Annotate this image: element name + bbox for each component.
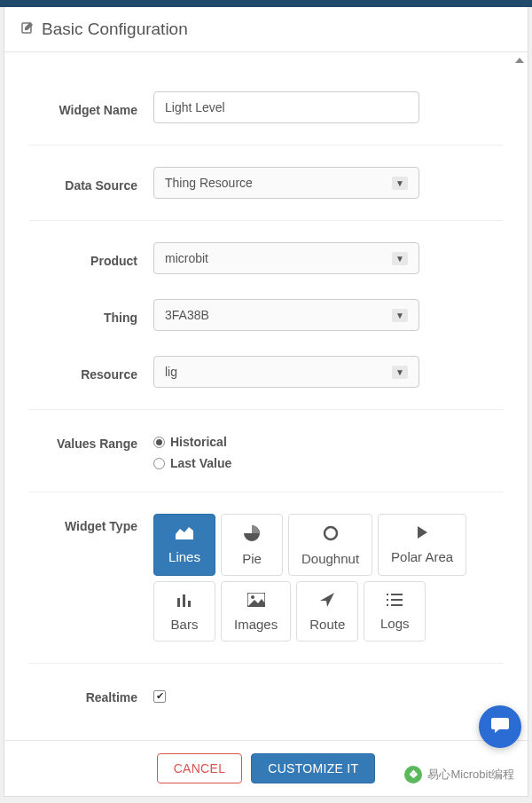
- chart-bar-icon: [176, 593, 192, 610]
- thing-value: 3FA38B: [165, 308, 209, 322]
- svg-point-6: [251, 595, 254, 599]
- product-value: microbit: [165, 251, 208, 265]
- image-icon: [247, 593, 265, 610]
- chevron-down-icon: ▼: [392, 309, 408, 322]
- list-icon: [387, 593, 403, 609]
- svg-rect-2: [177, 598, 180, 607]
- label-resource: Resource: [29, 362, 153, 382]
- chat-launcher[interactable]: [479, 705, 521, 748]
- row-data-source: Data Source Thing Resource ▼: [29, 145, 503, 211]
- resource-select[interactable]: lig ▼: [153, 356, 419, 388]
- scroll-up-indicator: [515, 58, 524, 63]
- label-widget-name: Widget Name: [29, 98, 153, 117]
- svg-rect-3: [183, 594, 185, 607]
- radio-historical-label: Historical: [170, 435, 227, 449]
- thing-select[interactable]: 3FA38B ▼: [153, 299, 419, 331]
- realtime-checkbox[interactable]: ✔: [153, 690, 166, 703]
- circle-icon: [323, 525, 339, 544]
- watermark-text: 易心Microbit编程: [427, 767, 514, 783]
- tile-label: Pie: [242, 551, 262, 566]
- row-widget-name: Widget Name: [29, 79, 503, 136]
- data-source-select[interactable]: Thing Resource ▼: [153, 167, 419, 199]
- product-select[interactable]: microbit ▼: [153, 242, 419, 274]
- widget-type-route[interactable]: Route: [296, 581, 358, 642]
- radio-historical[interactable]: Historical: [153, 435, 503, 449]
- modal-title: Basic Configuration: [42, 20, 188, 39]
- svg-rect-4: [188, 601, 191, 607]
- tile-label: Bars: [171, 617, 199, 632]
- label-thing: Thing: [29, 305, 153, 325]
- tile-label: Polar Area: [391, 549, 453, 564]
- chart-area-icon: [176, 525, 193, 542]
- label-realtime: Realtime: [29, 685, 153, 705]
- chevron-down-icon: ▼: [392, 252, 408, 265]
- widget-type-logs[interactable]: Logs: [364, 581, 426, 642]
- wechat-icon: ❖: [404, 766, 422, 783]
- chevron-down-icon: ▼: [392, 177, 408, 190]
- widget-type-bars[interactable]: Bars: [153, 581, 215, 642]
- watermark: ❖ 易心Microbit编程: [399, 764, 520, 785]
- label-data-source: Data Source: [29, 173, 153, 193]
- config-modal: Basic Configuration Widget Name Data Sou…: [4, 7, 528, 797]
- row-thing: Thing 3FA38B ▼: [29, 287, 503, 343]
- tile-label: Doughnut: [301, 551, 359, 566]
- widget-type-polar-area[interactable]: Polar Area: [378, 514, 466, 576]
- spacer: [29, 717, 503, 740]
- data-source-value: Thing Resource: [165, 176, 253, 190]
- radio-dot-icon: [153, 458, 165, 469]
- widget-name-input[interactable]: [153, 91, 419, 123]
- widget-type-images[interactable]: Images: [221, 581, 291, 642]
- svg-point-1: [325, 527, 337, 539]
- play-icon: [415, 525, 429, 542]
- tile-label: Logs: [380, 616, 410, 631]
- chart-pie-icon: [244, 525, 260, 544]
- row-resource: Resource lig ▼: [29, 343, 503, 400]
- modal-body: Widget Name Data Source Thing Resource ▼…: [4, 52, 528, 740]
- widget-type-doughnut[interactable]: Doughnut: [288, 514, 372, 576]
- chat-icon: [489, 714, 511, 739]
- customize-button[interactable]: CUSTOMIZE IT: [251, 753, 375, 783]
- row-realtime: Realtime ✔: [29, 663, 503, 717]
- label-product: Product: [29, 248, 153, 268]
- location-arrow-icon: [320, 593, 334, 610]
- widget-type-lines[interactable]: Lines: [153, 514, 215, 576]
- resource-value: lig: [165, 365, 177, 379]
- radio-last-value-label: Last Value: [170, 456, 231, 470]
- tile-label: Route: [309, 617, 345, 632]
- row-product: Product microbit ▼: [29, 220, 503, 287]
- edit-icon: [20, 20, 35, 39]
- row-values-range: Values Range Historical Last Value: [29, 409, 503, 483]
- cancel-button[interactable]: CANCEL: [157, 753, 243, 783]
- radio-dot-icon: [153, 437, 165, 448]
- widget-type-pie[interactable]: Pie: [221, 514, 283, 576]
- radio-last-value[interactable]: Last Value: [153, 456, 503, 470]
- chevron-down-icon: ▼: [392, 366, 408, 379]
- label-values-range: Values Range: [29, 431, 153, 451]
- label-widget-type: Widget Type: [29, 514, 153, 533]
- widget-type-grid: Lines Pie Doughnut: [153, 514, 473, 642]
- row-widget-type: Widget Type Lines Pie: [29, 492, 503, 654]
- app-top-strip: [0, 0, 532, 7]
- modal-header: Basic Configuration: [4, 7, 528, 52]
- tile-label: Images: [234, 617, 278, 632]
- tile-label: Lines: [168, 549, 200, 564]
